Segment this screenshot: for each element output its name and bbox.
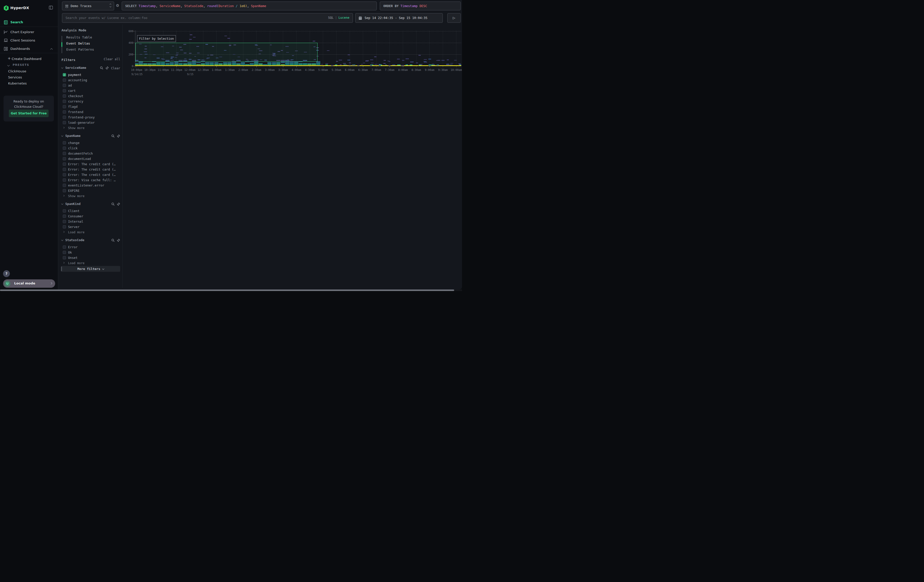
more-filters-button[interactable]: More filters xyxy=(61,266,120,272)
checkbox[interactable] xyxy=(63,89,66,92)
filter-item[interactable]: ✓payment xyxy=(61,73,123,77)
chevron-down-icon[interactable] xyxy=(61,203,63,205)
search-icon[interactable] xyxy=(111,202,115,207)
sidebar-item-clickhouse[interactable]: ClickHouse xyxy=(0,69,58,74)
filter-item[interactable]: Error: The credit card (… xyxy=(61,172,123,178)
checkbox[interactable] xyxy=(63,189,66,192)
filter-group-name[interactable]: StatusCode xyxy=(65,238,84,242)
checkbox[interactable] xyxy=(63,173,66,176)
checkbox[interactable] xyxy=(63,110,66,114)
filter-item[interactable]: EXPIRE xyxy=(61,188,123,194)
filter-item[interactable]: frontend-proxy xyxy=(61,115,123,120)
filter-group-name[interactable]: ServiceName xyxy=(65,66,86,69)
filter-item[interactable]: frontend xyxy=(61,110,123,115)
pin-icon[interactable] xyxy=(117,202,120,207)
get-started-button[interactable]: Get Started for Free xyxy=(9,110,49,117)
analysis-mode-option-event-deltas[interactable]: Event Deltas xyxy=(66,41,90,48)
filter-group-name[interactable]: SpanKind xyxy=(65,202,81,206)
search-input[interactable]: Search your events w/ Lucene ex. column:… xyxy=(62,13,353,23)
checkbox[interactable] xyxy=(63,100,66,103)
show-more-button[interactable]: Show more xyxy=(61,194,123,199)
order-by-input[interactable]: ORDER BY Timestamp DESC xyxy=(380,2,461,10)
checkbox[interactable] xyxy=(63,94,66,98)
sidebar-item-dashboards[interactable]: Dashboards xyxy=(0,46,58,53)
chevron-down-icon[interactable] xyxy=(61,135,63,137)
filter-item[interactable]: cart xyxy=(61,88,123,94)
run-search-button[interactable]: ▷ xyxy=(447,13,461,23)
checkbox[interactable] xyxy=(63,256,66,259)
filter-item[interactable]: flagd xyxy=(61,104,123,110)
sidebar-item-chart-explorer[interactable]: Chart Explorer xyxy=(0,29,58,36)
checkbox[interactable] xyxy=(63,214,66,218)
filter-by-selection-button[interactable]: Filter by Selection xyxy=(137,35,176,42)
checkbox[interactable] xyxy=(63,105,66,108)
checkbox[interactable] xyxy=(63,251,66,254)
pin-icon[interactable] xyxy=(117,238,120,243)
filter-item[interactable]: change xyxy=(61,140,123,146)
checkbox[interactable] xyxy=(63,152,66,155)
sidebar-item-search[interactable]: Search xyxy=(0,19,58,26)
filter-item[interactable]: Ok xyxy=(61,250,123,256)
selection-region[interactable] xyxy=(135,43,318,62)
filter-group-name[interactable]: SpanName xyxy=(65,134,81,138)
show-more-button[interactable]: Load more xyxy=(61,260,123,266)
pin-icon[interactable] xyxy=(117,134,120,138)
filter-item[interactable]: accounting xyxy=(61,77,123,83)
panel-scrollbar-thumb[interactable] xyxy=(61,267,62,271)
checkbox[interactable] xyxy=(63,220,66,223)
checkbox[interactable] xyxy=(63,178,66,182)
pin-icon[interactable] xyxy=(106,66,109,71)
filter-item[interactable]: currency xyxy=(61,99,123,104)
checkbox[interactable] xyxy=(63,184,66,187)
filter-item[interactable]: Error: The credit card (… xyxy=(61,162,123,167)
checkbox[interactable]: ✓ xyxy=(63,73,66,76)
presets-toggle[interactable]: PRESETS xyxy=(0,63,58,68)
filter-item[interactable]: checkout xyxy=(61,94,123,99)
checkbox[interactable] xyxy=(63,84,66,87)
filter-item[interactable]: Server xyxy=(61,224,123,230)
checkbox[interactable] xyxy=(63,147,66,150)
filter-item[interactable]: Error: Visa cache full: … xyxy=(61,178,123,183)
checkbox[interactable] xyxy=(63,209,66,213)
filter-item[interactable]: click xyxy=(61,146,123,151)
lucene-toggle[interactable]: Lucene xyxy=(338,16,350,20)
show-more-button[interactable]: Show more xyxy=(61,125,123,131)
search-icon[interactable] xyxy=(111,238,115,243)
clear-filter-button[interactable]: Clear xyxy=(111,66,120,70)
filter-item[interactable]: Error xyxy=(61,245,123,250)
checkbox[interactable] xyxy=(63,115,66,119)
sidebar-item-kubernetes[interactable]: Kubernetes xyxy=(0,81,58,87)
checkbox[interactable] xyxy=(63,121,66,124)
analysis-mode-option-results-table[interactable]: Results Table xyxy=(66,35,92,41)
checkbox[interactable] xyxy=(63,246,66,249)
filter-item[interactable]: ad xyxy=(61,83,123,88)
user-menu[interactable]: U Local mode xyxy=(3,279,55,288)
filter-item[interactable]: load-generator xyxy=(61,120,123,125)
filter-item[interactable]: eventListener.error xyxy=(61,183,123,188)
horizontal-scrollbar[interactable] xyxy=(0,290,462,291)
filter-item[interactable]: Error: The credit card (… xyxy=(61,167,123,172)
chevron-down-icon[interactable] xyxy=(61,66,63,69)
checkbox[interactable] xyxy=(63,157,66,160)
help-button[interactable]: ? xyxy=(3,270,10,277)
filter-item[interactable]: documentLoad xyxy=(61,157,123,162)
heatmap-plot[interactable]: Filter by Selection xyxy=(135,31,461,66)
time-range-picker[interactable]: Sep 14 22:04:35 - Sep 15 10:04:35 xyxy=(355,13,443,23)
clear-all-button[interactable]: Clear all xyxy=(104,58,120,61)
filter-item[interactable]: Consumer xyxy=(61,214,123,219)
create-dashboard-button[interactable]: + Create Dashboard xyxy=(0,56,58,62)
sql-toggle[interactable]: SQL xyxy=(328,16,334,20)
filter-item[interactable]: Unset xyxy=(61,256,123,260)
settings-gear-icon[interactable]: ⚙ xyxy=(116,3,120,8)
show-more-button[interactable]: Load more xyxy=(61,230,123,235)
checkbox[interactable] xyxy=(63,168,66,171)
checkbox[interactable] xyxy=(63,78,66,82)
search-icon[interactable] xyxy=(100,66,103,71)
checkbox[interactable] xyxy=(63,162,66,166)
scrollbar-thumb[interactable] xyxy=(0,290,454,291)
analysis-mode-option-event-patterns[interactable]: Event Patterns xyxy=(66,48,94,54)
checkbox[interactable] xyxy=(63,141,66,145)
chevron-down-icon[interactable] xyxy=(61,239,63,241)
sidebar-item-services[interactable]: Services xyxy=(0,75,58,81)
sidebar-item-client-sessions[interactable]: Client Sessions xyxy=(0,38,58,44)
